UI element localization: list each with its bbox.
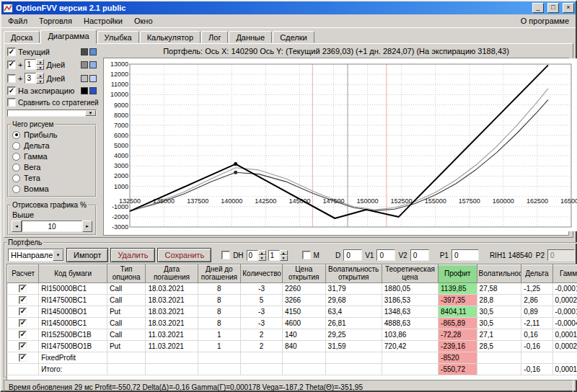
save-button[interactable]: Сохранить (157, 248, 211, 262)
m-checkbox[interactable]: ✓ (302, 251, 311, 259)
spin-down-icon[interactable]: ▼ (36, 79, 44, 84)
column-header-maturity[interactable]: Дата погашения (146, 265, 198, 283)
plus1-days-spinner[interactable]: 1 ▲▼ (25, 59, 44, 70)
spin-up-icon[interactable]: ▲ (258, 250, 266, 256)
column-header-days[interactable]: Дней до погашения (198, 265, 241, 283)
render-percent-spinner[interactable]: ◄ 10 ► (12, 220, 92, 232)
tab[interactable]: Доска (4, 31, 40, 43)
expiration-alt-color-swatch[interactable] (89, 87, 97, 94)
row-checkbox[interactable]: ✓ (19, 319, 27, 327)
close-button[interactable]: × (563, 3, 574, 13)
current-label: Текущий (18, 48, 50, 56)
menu-item[interactable]: Файл (2, 14, 33, 27)
cell-days (198, 352, 241, 364)
current-line-color-swatch[interactable] (81, 48, 88, 55)
tab[interactable]: Данные (229, 31, 272, 43)
chevron-down-icon[interactable]: ▼ (85, 110, 96, 116)
draw-option[interactable]: Вомма (11, 183, 93, 194)
row-checkbox[interactable]: ✓ (19, 342, 27, 350)
cell-delta: 0,16 (521, 329, 552, 341)
compare-strategy-checkbox[interactable]: ✓ (7, 98, 16, 107)
cell-profit: -397,35 (439, 295, 477, 306)
expiration-label: На экспирацию (18, 86, 74, 95)
v1-input[interactable]: 0 (376, 249, 395, 261)
column-header-delta[interactable]: Дельта (521, 265, 552, 283)
spin-down-icon[interactable]: ▼ (280, 255, 288, 261)
plus1-checkbox[interactable]: ✓ (7, 61, 16, 69)
cell-open_price: 2260 (282, 283, 325, 295)
maximize-button[interactable]: □ (547, 3, 559, 13)
tab[interactable]: Диаграмма (40, 30, 96, 44)
delete-button[interactable]: Удалить (110, 248, 155, 262)
plus1-alt-color-swatch[interactable] (89, 61, 97, 68)
menu-item[interactable]: Настройки (78, 14, 128, 27)
column-header-checked[interactable]: Расчет (8, 265, 39, 283)
svg-text:137500: 137500 (187, 197, 208, 205)
plus1-line-color-swatch[interactable] (81, 61, 88, 68)
import-button[interactable]: Импорт (66, 248, 108, 262)
draw-option[interactable]: Гамма (11, 151, 93, 161)
cell-vol: 30,5 (477, 306, 521, 318)
expiration-line-color-swatch[interactable] (81, 87, 88, 94)
dh-checkbox[interactable]: ✓ (221, 251, 230, 259)
tab[interactable]: Калькулятор (140, 31, 201, 43)
plus3-checkbox[interactable]: ✓ (7, 74, 16, 83)
v2-input[interactable]: 0 (410, 249, 429, 261)
current-checkbox[interactable]: ✓ (7, 48, 16, 56)
row-checkbox[interactable]: ✓ (19, 308, 27, 316)
column-header-qty[interactable]: Количество (241, 265, 283, 283)
plus3-line-color-swatch[interactable] (81, 75, 88, 82)
spin-down-icon[interactable]: ▼ (258, 255, 266, 261)
column-header-profit[interactable]: Профит (439, 265, 477, 283)
check-icon: ✓ (20, 285, 26, 292)
menu-item[interactable]: Торговля (33, 14, 78, 27)
profit-chart[interactable]: -3000-2000-10001000200030004000500060007… (104, 58, 577, 231)
spin-left-icon[interactable]: ◄ (12, 220, 22, 232)
chart-canvas[interactable]: -3000-2000-10001000200030004000500060007… (103, 58, 569, 236)
tab[interactable]: Улыбка (97, 31, 139, 43)
expiration-checkbox[interactable]: ✓ (7, 86, 16, 95)
column-header-opt_type[interactable]: Тип опциона (107, 265, 146, 283)
spin-up-icon[interactable]: ▲ (36, 59, 44, 65)
plus3-alt-color-swatch[interactable] (89, 75, 97, 82)
draw-option[interactable]: Прибыль (11, 129, 93, 140)
strategy-combobox[interactable]: ▼ (7, 110, 97, 117)
tab[interactable]: Сделки (273, 31, 314, 43)
svg-text:2000: 2000 (114, 172, 128, 179)
v2-value: 0 (413, 251, 418, 259)
column-header-vol[interactable]: Волатильность (477, 265, 521, 283)
current-alt-color-swatch[interactable] (89, 48, 97, 55)
row-checkbox[interactable]: ✓ (19, 296, 27, 304)
direction-combobox[interactable]: ННаправле ▼ (8, 249, 64, 262)
spin-down-icon[interactable]: ▼ (36, 65, 44, 71)
dh-spinner-2[interactable]: 1 ▲▼ (268, 250, 288, 261)
plus3-days-spinner[interactable]: 3 ▲▼ (25, 73, 44, 84)
draw-option[interactable]: Тета (11, 172, 93, 183)
column-header-open_price[interactable]: Цена открытия (282, 265, 325, 283)
column-header-theo_price[interactable]: Теоретическая цена (382, 265, 438, 283)
draw-option[interactable]: Дельта (11, 140, 93, 151)
menu-item[interactable]: Окно (128, 14, 159, 27)
row-checkbox[interactable]: ✓ (19, 354, 27, 362)
row-checkbox[interactable]: ✓ (19, 285, 27, 293)
p2-input[interactable]: 0 (547, 249, 575, 261)
cell-vol (477, 364, 521, 375)
column-header-open_vol[interactable]: Волатильность открытия (325, 265, 382, 283)
row-checkbox[interactable]: ✓ (19, 331, 27, 339)
spin-up-icon[interactable]: ▲ (36, 73, 44, 79)
minimize-button[interactable]: _ (532, 3, 544, 13)
column-header-gamma[interactable]: Гамма (552, 265, 577, 283)
curve-row-plus3: ✓ + 3 ▲▼ Дней (6, 71, 98, 85)
draw-option[interactable]: Вега (11, 161, 93, 172)
menu-item-about[interactable]: О программе (515, 14, 575, 27)
cell-gamma: 0,000178 (552, 364, 577, 375)
spin-up-icon[interactable]: ▲ (280, 250, 288, 256)
title-bar[interactable]: OptionFVV версия 2.1 public _ □ × (1, 1, 576, 14)
d-input[interactable]: 0 (343, 249, 362, 261)
chevron-down-icon[interactable]: ▼ (53, 249, 63, 261)
tab[interactable]: Лог (201, 31, 228, 43)
column-header-code[interactable]: Код бумаги (39, 265, 107, 283)
spin-right-icon[interactable]: ► (82, 220, 92, 232)
dh-spinner-1[interactable]: 0 ▲▼ (247, 250, 266, 261)
p1-input[interactable]: 0 (452, 249, 479, 261)
